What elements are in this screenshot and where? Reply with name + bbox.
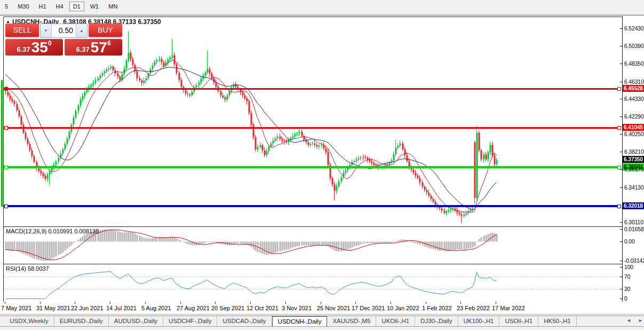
chart-tab-usdcad-daily[interactable]: USDCAD-,Daily — [217, 316, 272, 326]
time-axis-label: 27 Aug 2021 — [177, 305, 210, 311]
rsi-tick-mark — [620, 277, 622, 277]
horizontal-line-6.45528[interactable] — [4, 88, 621, 90]
timeframe-button-d1[interactable]: D1 — [69, 2, 84, 11]
time-tick-mark — [145, 302, 146, 304]
price-tick-label: 6.48350 — [624, 60, 644, 67]
chart-tab-xauusd-m5[interactable]: XAUUSD-,M5 — [327, 316, 376, 326]
chart-tab-ukoil-h1[interactable]: UKOil-,H1 — [376, 316, 415, 326]
tab-scroll-right-icon[interactable]: ► — [638, 318, 643, 323]
time-tick-mark — [75, 302, 75, 304]
line-handle-left-6.41045[interactable] — [4, 126, 8, 130]
line-handle-right-6.36501[interactable] — [617, 166, 621, 169]
chart-tab-uk100-h1[interactable]: UK100-,H1 — [458, 316, 500, 326]
current-price-badge: 6.37350 — [623, 156, 644, 163]
chart-tab-usdchf-daily[interactable]: USDCHF-,Daily — [163, 316, 218, 326]
rsi-panel[interactable]: RSI(14) 58.0037 — [3, 264, 623, 303]
rsi-value: 58.0037 — [28, 265, 49, 272]
price-tick-label: 6.30110 — [624, 219, 643, 225]
mt4-window: 5M30H1H4D1W1MN MACD(12,26,9) 0.010991 0.… — [0, 0, 644, 330]
time-axis-label: 25 Nov 2021 — [317, 305, 350, 311]
buy-price-quote[interactable]: 6.37 57 6 — [65, 39, 122, 56]
chart-tab-audusd-daily[interactable]: AUDUSD-,Daily — [109, 316, 163, 326]
price-tick-label: 6.44330 — [624, 96, 644, 102]
time-axis-label: 3 Nov 2021 — [282, 305, 312, 311]
chart-tab-usoil-h1[interactable]: USOil-,H1 — [499, 316, 538, 326]
timeframe-button-w1[interactable]: W1 — [86, 2, 103, 11]
line-handle-right-6.45528[interactable] — [617, 87, 621, 91]
price-tick-label: 6.52430 — [624, 25, 644, 32]
horizontal-line-6.36501[interactable] — [4, 166, 621, 168]
chart-tab-bar: USDX,WeeklyEURUSD-,DailyAUDUSD-,DailyUSD… — [0, 316, 644, 327]
horizontal-line-6.41045[interactable] — [4, 127, 621, 129]
price-tick-mark — [620, 64, 622, 64]
macd-tick-mark — [620, 229, 622, 230]
rsi-name: RSI(14) — [6, 265, 26, 272]
volume-increase-icon[interactable]: ▲ — [76, 24, 87, 37]
price-tick-label: 6.34130 — [624, 184, 644, 191]
time-axis-label: 5 Aug 2021 — [141, 305, 171, 311]
time-tick-mark — [110, 302, 110, 304]
macd-tick-mark — [620, 261, 622, 261]
timeframe-button-m30[interactable]: M30 — [14, 2, 33, 11]
macd-label: MACD(12,26,9) 0.010991 0.008138 — [6, 228, 99, 234]
chart-tab-dj30-daily[interactable]: DJ30-,Daily — [415, 316, 458, 326]
timeframe-toolbar: 5M30H1H4D1W1MN — [0, 0, 644, 15]
price-tick-label: 6.38210 — [624, 148, 644, 155]
buy-price-big: 57 — [91, 40, 107, 55]
time-axis[interactable]: 7 May 202131 May 202122 Jun 202114 Jul 2… — [0, 302, 644, 314]
macd-tick-label: -0.03142 — [624, 257, 644, 264]
rsi-canvas[interactable] — [4, 264, 621, 301]
time-tick-mark — [355, 302, 356, 304]
time-axis-label: 10 Jan 2022 — [387, 305, 419, 311]
price-tick-mark — [620, 28, 622, 29]
time-tick-mark — [285, 302, 286, 304]
time-tick-mark — [40, 302, 41, 304]
chart-tab-eurusd-daily[interactable]: EURUSD-,Daily — [54, 316, 109, 326]
price-tick-label: 6.40250 — [624, 131, 644, 137]
macd-name: MACD(12,26,9) — [6, 228, 46, 234]
price-tick-mark — [620, 82, 622, 82]
buy-button[interactable]: BUY — [89, 23, 122, 38]
line-handle-right-6.41045[interactable] — [617, 126, 621, 130]
tab-scroll-left-icon[interactable]: ◄ — [626, 318, 631, 323]
price-tick-label: 6.50390 — [624, 43, 644, 49]
rsi-label: RSI(14) 58.0037 — [6, 265, 49, 272]
macd-panel[interactable]: MACD(12,26,9) 0.010991 0.008138 — [3, 226, 623, 264]
one-click-trading-widget: SELL ▼ 0.50 ▲ BUY 6.37 35 0 6.37 57 6 — [5, 23, 122, 56]
price-tick-mark — [620, 134, 622, 135]
sell-button[interactable]: SELL — [5, 23, 39, 38]
sell-price-quote[interactable]: 6.37 35 0 — [5, 39, 63, 56]
chart-tab-usdcnh-daily[interactable]: USDCNH-,Daily — [272, 316, 328, 326]
price-level-badge-6.45528: 6.45528 — [623, 85, 644, 92]
chart-tab-usdx-weekly[interactable]: USDX,Weekly — [4, 316, 54, 326]
time-tick-mark — [215, 302, 216, 304]
volume-value[interactable]: 0.50 — [52, 24, 76, 37]
chart-tab-hk50-h1[interactable]: HK50-,H1 — [538, 316, 577, 326]
volume-decrease-icon[interactable]: ▼ — [41, 24, 52, 37]
timeframe-button-h4[interactable]: H4 — [52, 2, 67, 11]
timeframe-button-h1[interactable]: H1 — [35, 2, 50, 11]
macd-tick-label: 0.016586 — [624, 226, 644, 232]
time-axis-label: 7 May 2021 — [1, 305, 31, 311]
macd-value-main: 0.010991 — [48, 228, 73, 234]
macd-value-signal: 0.008138 — [74, 228, 99, 234]
price-tick-mark — [620, 169, 622, 170]
buy-price-prefix: 6.37 — [76, 45, 89, 53]
line-handle-left-6.45528[interactable] — [4, 87, 8, 91]
sell-price-big: 35 — [31, 40, 48, 55]
line-handle-left-6.32018[interactable] — [4, 205, 8, 208]
rsi-tick-mark — [620, 289, 622, 289]
horizontal-line-6.32018[interactable] — [4, 205, 621, 207]
price-tick-mark — [620, 116, 622, 117]
time-tick-mark — [460, 302, 461, 304]
sell-price-sup: 0 — [48, 40, 52, 47]
timeframe-button-mn[interactable]: MN — [105, 2, 121, 11]
green-vertical-line-object[interactable] — [1, 80, 3, 207]
time-tick-mark — [426, 302, 426, 304]
line-handle-right-6.32018[interactable] — [617, 205, 621, 208]
rsi-tick-label: 100 — [624, 264, 633, 270]
time-axis-label: 17 Dec 2021 — [352, 305, 385, 311]
timeframe-button-5[interactable]: 5 — [1, 2, 12, 11]
sell-price-prefix: 6.37 — [17, 45, 30, 53]
line-handle-left-6.36501[interactable] — [4, 166, 8, 169]
